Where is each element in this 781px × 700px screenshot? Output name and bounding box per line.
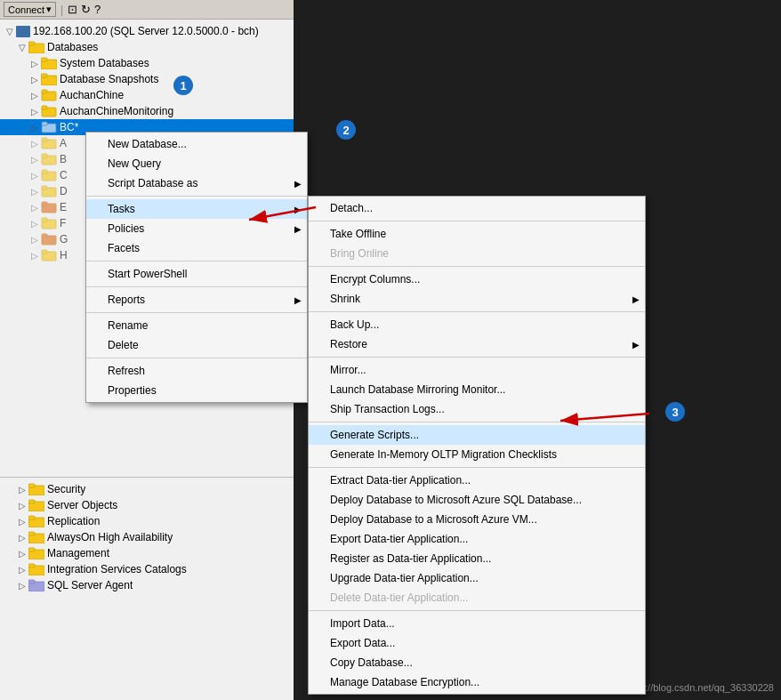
server-node[interactable]: ▽ 192.168.100.20 (SQL Server 12.0.5000.0… xyxy=(0,23,294,39)
menu-encrypt-columns[interactable]: Encrypt Columns... xyxy=(309,270,645,289)
context-menu-2: Detach... Take Offline Bring Online Encr… xyxy=(308,196,646,695)
menu-generate-oltp[interactable]: Generate In-Memory OLTP Migration Checkl… xyxy=(309,445,645,464)
menu-export-datatier[interactable]: Export Data-tier Application... xyxy=(309,529,645,549)
menu-copy-db-label: Copy Database... xyxy=(330,656,413,669)
db-icon xyxy=(41,217,57,229)
menu-import-data-label: Import Data... xyxy=(330,617,395,630)
svg-rect-15 xyxy=(42,154,47,157)
menu-shrink[interactable]: Shrink ▶ xyxy=(309,289,645,309)
menu-detach-label: Detach... xyxy=(330,202,373,214)
connect-label: Connect xyxy=(8,4,44,15)
server-objects-item[interactable]: ▷ Server Objects xyxy=(0,497,294,513)
svg-rect-25 xyxy=(42,234,47,237)
annotation-3: 3 xyxy=(665,402,685,422)
menu-properties-label: Properties xyxy=(108,384,157,397)
svg-rect-3 xyxy=(41,58,47,61)
connect-button[interactable]: Connect ▾ xyxy=(4,2,56,17)
menu-script-database[interactable]: Script Database as ▶ xyxy=(86,173,307,193)
auchan-monitoring-label: AuchanChineMonitoring xyxy=(60,105,173,117)
expander-icon: ▷ xyxy=(28,107,41,117)
db-snapshots-label: Database Snapshots xyxy=(60,73,158,85)
menu-refresh[interactable]: Refresh xyxy=(86,361,307,381)
menu-reports-label: Reports xyxy=(108,294,145,306)
databases-folder[interactable]: ▽ Databases xyxy=(0,39,294,55)
menu-import-data[interactable]: Import Data... xyxy=(309,614,645,633)
menu-detach[interactable]: Detach... xyxy=(309,198,645,218)
menu-extract-datatier[interactable]: Extract Data-tier Application... xyxy=(309,471,645,490)
expander-icon: ▷ xyxy=(28,91,41,101)
folder-icon xyxy=(28,563,44,575)
db-snapshots-item[interactable]: ▷ Database Snapshots xyxy=(0,71,294,87)
menu-copy-db[interactable]: Copy Database... xyxy=(309,653,645,672)
management-item[interactable]: ▷ Management xyxy=(0,545,294,561)
svg-rect-9 xyxy=(42,106,47,109)
menu-start-powershell[interactable]: Start PowerShell xyxy=(86,264,307,284)
menu-take-offline[interactable]: Take Offline xyxy=(309,224,645,244)
menu-new-query[interactable]: New Query xyxy=(86,154,307,173)
alwayson-item[interactable]: ▷ AlwaysOn High Availability xyxy=(0,529,294,545)
menu-new-database[interactable]: New Database... xyxy=(86,134,307,154)
db-icon xyxy=(41,137,57,149)
menu-launch-mirror-monitor[interactable]: Launch Database Mirroring Monitor... xyxy=(309,380,645,399)
svg-line-45 xyxy=(560,414,649,421)
svg-rect-29 xyxy=(28,484,35,487)
menu-bring-online[interactable]: Bring Online xyxy=(309,244,645,263)
menu-delete-label: Delete xyxy=(108,339,139,351)
menu-take-offline-label: Take Offline xyxy=(330,228,386,240)
folder-icon xyxy=(28,531,44,543)
integration-services-label: Integration Services Catalogs xyxy=(47,563,187,575)
annotation-2: 2 xyxy=(336,120,356,140)
refresh-icon[interactable]: ↻ xyxy=(81,3,91,16)
menu-start-powershell-label: Start PowerShell xyxy=(108,268,187,280)
menu-new-query-label: New Query xyxy=(108,157,161,170)
menu-manage-encryption[interactable]: Manage Database Encryption... xyxy=(309,672,645,692)
db-icon xyxy=(41,169,57,181)
system-databases-item[interactable]: ▷ System Databases xyxy=(0,55,294,71)
menu-rename[interactable]: Rename xyxy=(86,316,307,335)
submenu-arrow: ▶ xyxy=(632,340,640,350)
menu-script-database-label: Script Database as xyxy=(108,177,197,189)
menu-delete[interactable]: Delete xyxy=(86,335,307,355)
db-icon xyxy=(41,201,57,213)
menu-backup[interactable]: Back Up... xyxy=(309,315,645,334)
auchan-chine-label: AuchanChine xyxy=(60,89,124,101)
db-icon xyxy=(41,121,57,133)
auchan-monitoring-item[interactable]: ▷ AuchanChineMonitoring xyxy=(0,103,294,119)
menu-deploy-azure-vm-label: Deploy Database to a Microsoft Azure VM.… xyxy=(330,513,537,526)
folder-icon xyxy=(41,73,57,85)
folder-icon xyxy=(28,547,44,559)
menu-upgrade-datatier[interactable]: Upgrade Data-tier Application... xyxy=(309,568,645,588)
svg-rect-17 xyxy=(42,170,47,173)
filter-icon[interactable]: ⊡ xyxy=(68,3,77,16)
menu-properties[interactable]: Properties xyxy=(86,381,307,400)
submenu-arrow: ▶ xyxy=(294,295,302,305)
menu-export-datatier-label: Export Data-tier Application... xyxy=(330,533,468,545)
menu-deploy-azure-sql[interactable]: Deploy Database to Microsoft Azure SQL D… xyxy=(309,490,645,510)
integration-services-item[interactable]: ▷ Integration Services Catalogs xyxy=(0,561,294,577)
security-item[interactable]: ▷ Security xyxy=(0,481,294,497)
menu-facets[interactable]: Facets xyxy=(86,238,307,258)
replication-item[interactable]: ▷ Replication xyxy=(0,513,294,529)
bc-db-label: BC* xyxy=(60,121,78,133)
menu-reports[interactable]: Reports ▶ xyxy=(86,290,307,310)
menu-mirror[interactable]: Mirror... xyxy=(309,360,645,380)
menu-deploy-azure-vm[interactable]: Deploy Database to a Microsoft Azure VM.… xyxy=(309,510,645,529)
svg-rect-13 xyxy=(42,138,47,141)
menu-extract-datatier-label: Extract Data-tier Application... xyxy=(330,474,471,487)
menu-register-datatier[interactable]: Register as Data-tier Application... xyxy=(309,549,645,568)
help-icon[interactable]: ? xyxy=(94,3,101,16)
menu-restore-label: Restore xyxy=(330,338,367,350)
menu-delete-datatier-label: Delete Data-tier Application... xyxy=(330,591,468,604)
menu-delete-datatier[interactable]: Delete Data-tier Application... xyxy=(309,588,645,607)
sql-agent-item[interactable]: ▷ SQL Server Agent xyxy=(0,577,294,593)
menu-restore[interactable]: Restore ▶ xyxy=(309,334,645,354)
auchan-chine-item[interactable]: ▷ AuchanChine xyxy=(0,87,294,103)
menu-shrink-label: Shrink xyxy=(330,293,360,305)
svg-rect-23 xyxy=(42,218,47,221)
separator xyxy=(309,610,645,611)
red-arrow-2 xyxy=(552,405,658,431)
menu-rename-label: Rename xyxy=(108,319,148,332)
menu-export-data[interactable]: Export Data... xyxy=(309,633,645,653)
red-arrow-1 xyxy=(240,200,320,227)
submenu-arrow: ▶ xyxy=(632,294,640,304)
